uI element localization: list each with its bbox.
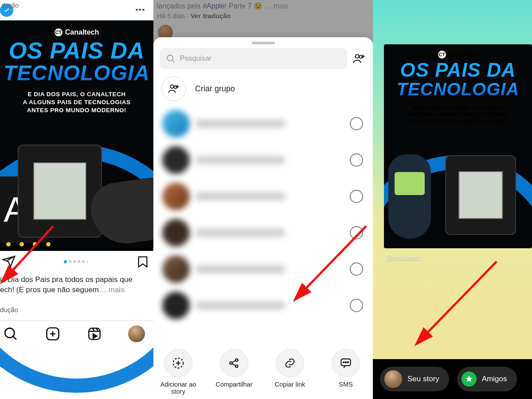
- story-publish-bar: Seu story Amigos: [373, 359, 532, 399]
- svg-point-22: [343, 362, 344, 363]
- share-nodes-icon: [228, 357, 240, 369]
- add-people-icon[interactable]: [352, 51, 367, 66]
- post-image[interactable]: CTCanaltech OS PAIS DA TECNOLOGIA E DIA …: [0, 20, 153, 251]
- story-plus-icon: [172, 356, 185, 370]
- select-radio[interactable]: [350, 299, 363, 312]
- avatar-icon: [384, 370, 402, 388]
- svg-line-19: [232, 360, 235, 363]
- post-title: OS PAIS DA TECNOLOGIA: [384, 60, 532, 98]
- add-to-story-button[interactable]: Adicionar ao story: [157, 349, 200, 395]
- contact-list: [153, 104, 373, 324]
- sms-button[interactable]: SMS: [325, 349, 367, 395]
- contact-row[interactable]: [160, 178, 366, 215]
- post-handle[interactable]: @canaltech: [386, 254, 421, 261]
- share-icon[interactable]: [2, 254, 16, 269]
- star-icon: [462, 372, 477, 387]
- post-subtitle: NESTE DIA DOS PAIS, O CANALTE RELEMBRA A…: [384, 105, 532, 125]
- select-radio[interactable]: [350, 190, 363, 203]
- select-radio[interactable]: [350, 117, 363, 130]
- shared-post-card[interactable]: CTCanaltech OS PAIS DA TECNOLOGIA NESTE …: [384, 44, 532, 248]
- select-radio[interactable]: [350, 226, 363, 239]
- create-group-label: Criar grupo: [195, 84, 235, 94]
- post-subtitle: E DIA DOS PAIS, O CANALTECH A ALGUNS PAI…: [23, 90, 130, 115]
- search-placeholder: Pesquisar: [180, 55, 211, 63]
- story-editor-panel: CTCanaltech OS PAIS DA TECNOLOGIA NESTE …: [373, 0, 532, 399]
- svg-point-23: [345, 362, 346, 363]
- brand-logo: CTCanaltech: [55, 28, 99, 36]
- create-group-icon: [161, 76, 186, 101]
- feed-panel: dução ⋮ CTCanaltech OS PAIS DA TECNOLOGI…: [0, 0, 153, 399]
- contact-row[interactable]: [160, 215, 366, 251]
- sheet-grabber[interactable]: [252, 42, 275, 44]
- share-button[interactable]: Compartilhar: [213, 349, 255, 395]
- contact-row[interactable]: [160, 287, 366, 324]
- post-title: OS PAIS DA TECNOLOGIA: [4, 39, 150, 84]
- post-options-button[interactable]: ⋮: [133, 0, 148, 20]
- select-radio[interactable]: [350, 153, 363, 167]
- contact-row[interactable]: [160, 142, 366, 178]
- share-options-row: Adicionar ao story Compartilhar Copiar l…: [153, 346, 373, 395]
- close-friends-button[interactable]: Amigos: [457, 367, 517, 391]
- copy-link-button[interactable]: Copiar link: [269, 349, 311, 395]
- svg-point-11: [170, 85, 173, 88]
- svg-line-8: [172, 60, 175, 63]
- truncated-text: dução: [2, 2, 19, 9]
- search-icon: [166, 54, 176, 63]
- svg-point-7: [167, 55, 173, 61]
- share-bottom-sheet: Pesquisar Criar grupo: [153, 37, 373, 399]
- sms-icon: [340, 357, 352, 369]
- create-group-row[interactable]: Criar grupo: [153, 69, 373, 104]
- svg-point-9: [356, 55, 359, 58]
- contact-row[interactable]: [160, 251, 366, 287]
- svg-point-24: [348, 362, 348, 363]
- nokia-phone-graphic: [388, 154, 431, 239]
- svg-line-20: [232, 364, 235, 366]
- share-sheet-panel: lançados pela #Apple! Parte 7 😉 … mais H…: [153, 0, 373, 399]
- contact-row[interactable]: [160, 106, 366, 142]
- search-input[interactable]: Pesquisar: [160, 48, 347, 69]
- your-story-button[interactable]: Seu story: [380, 367, 449, 391]
- link-icon: [284, 357, 296, 369]
- select-radio[interactable]: [350, 262, 363, 276]
- brand-logo: CTCanaltech: [384, 51, 532, 59]
- post-graphic: A: [0, 149, 153, 251]
- gameboy-graphic: [445, 155, 516, 235]
